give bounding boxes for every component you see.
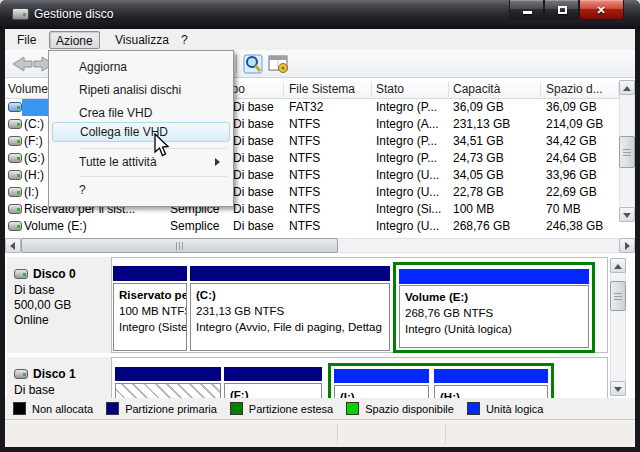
- volume-icon: [8, 119, 22, 129]
- status-separator: [445, 424, 446, 444]
- up-arrow-icon: [623, 86, 631, 91]
- cell-status: Integro (P...: [376, 99, 448, 116]
- cell-type: Di base: [233, 133, 283, 150]
- column-spazio[interactable]: Spazio d...: [546, 82, 618, 97]
- down-arrow-icon: [614, 387, 622, 392]
- disk-status: Online: [14, 313, 49, 327]
- maximize-button[interactable]: [544, 0, 579, 20]
- right-arrow-icon: [625, 242, 630, 250]
- partition-system-reserved[interactable]: Riservato per il sistema 100 MB NTFS Int…: [113, 283, 187, 351]
- scroll-up-button[interactable]: [619, 80, 635, 95]
- legend-label: Partizione primaria: [125, 403, 217, 415]
- legend-item: Partizione estesa: [230, 402, 333, 415]
- partition-name: Riservato per il sistema: [119, 287, 181, 303]
- menu-item-ripeti-analisi[interactable]: Ripeti analisi dischi: [52, 81, 230, 99]
- legend-label: Spazio disponibile: [365, 403, 454, 415]
- cell-status: Integro (P...: [376, 150, 448, 167]
- close-button[interactable]: ✕: [579, 0, 624, 20]
- thumb-grip: [614, 293, 622, 300]
- cell-name: Volume (E:): [24, 218, 164, 235]
- partition-status: Integro (Avvio, File di paging, Dettag: [196, 319, 384, 335]
- cell-capacity: 231,13 GB: [453, 116, 541, 133]
- cell-capacity: 36,09 GB: [453, 99, 541, 116]
- header-separator: [448, 82, 449, 97]
- partition-size: 100 MB NTFS: [119, 303, 181, 319]
- scroll-down-button[interactable]: [619, 207, 635, 222]
- graph-scroll-thumb[interactable]: [610, 281, 626, 311]
- legend-swatch-logical: [467, 402, 480, 415]
- console-window-gear-icon[interactable]: [268, 54, 290, 74]
- cell-free: 33,96 GB: [546, 167, 621, 184]
- menu-bar: File Azione Visualizza ?: [5, 29, 635, 50]
- partition-status: Integro (Sistema): [119, 319, 181, 335]
- menu-item-collega-vhd[interactable]: Collega file VHD: [52, 122, 230, 142]
- column-capacita[interactable]: Capacità: [453, 82, 538, 97]
- menu-item-crea-vhd[interactable]: Crea file VHD: [52, 104, 230, 122]
- legend-swatch-unallocated: [13, 402, 26, 415]
- cell-type: Di base: [233, 116, 283, 133]
- status-separator: [337, 424, 338, 444]
- menu-help[interactable]: ?: [175, 31, 194, 49]
- column-file-sistema[interactable]: File Sistema: [289, 82, 369, 97]
- legend-item: Non allocata: [13, 402, 93, 415]
- cell-type: Di base: [233, 150, 283, 167]
- cell-status: Integro (U...: [376, 218, 448, 235]
- disk-management-window: Gestione disco ✕ File Azione Visualizza …: [0, 0, 640, 452]
- disk-management-icon: [12, 8, 29, 20]
- volume-icon: [8, 187, 22, 197]
- legend-swatch-free: [346, 402, 359, 415]
- cell-free: 24,64 GB: [546, 150, 621, 167]
- minimize-button[interactable]: [509, 0, 544, 20]
- menu-item-help[interactable]: ?: [52, 181, 230, 199]
- scroll-right-button[interactable]: [619, 238, 635, 253]
- scroll-left-button[interactable]: [5, 238, 21, 253]
- menu-file[interactable]: File: [11, 31, 42, 49]
- table-row[interactable]: Volume (E:) Semplice Di base NTFS Integr…: [5, 218, 619, 235]
- extended-partition-outline: Volume (E:) 268,76 GB NTFS Integro (Unit…: [393, 262, 595, 353]
- toolbar-separator: [236, 55, 237, 73]
- column-stato[interactable]: Stato: [376, 82, 446, 97]
- submenu-arrow-icon: [215, 158, 220, 166]
- search-icon[interactable]: [243, 54, 263, 74]
- close-icon: ✕: [597, 4, 606, 17]
- back-icon[interactable]: [11, 56, 33, 72]
- legend-item: Spazio disponibile: [346, 402, 454, 415]
- down-arrow-icon: [623, 213, 631, 218]
- title-bar[interactable]: Gestione disco ✕: [0, 0, 640, 29]
- horizontal-scroll-thumb[interactable]: [21, 238, 338, 253]
- menu-visualizza[interactable]: Visualizza: [109, 31, 175, 49]
- cell-capacity: 34,51 GB: [453, 133, 541, 150]
- menu-azione[interactable]: Azione: [49, 31, 100, 49]
- cell-free: 36,09 GB: [546, 99, 621, 116]
- cell-free: 34,42 GB: [546, 133, 621, 150]
- cell-free: 22,69 GB: [546, 184, 621, 201]
- thumb-grip: [623, 149, 631, 156]
- vertical-scroll-thumb[interactable]: [619, 136, 635, 168]
- status-bar: [5, 419, 635, 447]
- partition-e[interactable]: Volume (E:) 268,76 GB NTFS Integro (Unit…: [399, 285, 589, 348]
- cell-status: Integro (P...: [376, 133, 448, 150]
- partition-bar-system-reserved: [113, 266, 187, 281]
- cell-fs: NTFS: [289, 133, 369, 150]
- cell-fs: NTFS: [289, 150, 369, 167]
- disk-0-info-panel[interactable]: Disco 0 Di base 500,00 GB Online: [7, 257, 112, 353]
- partition-name: (C:): [196, 287, 384, 303]
- scroll-down-button[interactable]: [610, 381, 626, 396]
- header-separator: [371, 82, 372, 97]
- cell-status: Integro (A...: [376, 116, 448, 133]
- cell-free: 214,09 GB: [546, 116, 621, 133]
- legend-label: Partizione estesa: [249, 403, 333, 415]
- menu-separator: [79, 176, 227, 177]
- cell-fs: NTFS: [289, 218, 369, 235]
- scroll-up-button[interactable]: [610, 258, 626, 273]
- disk-name: Disco 1: [33, 367, 76, 381]
- cell-fs: FAT32: [289, 99, 369, 116]
- disk-name: Disco 0: [33, 267, 76, 281]
- cell-type: Di base: [233, 99, 283, 116]
- menu-item-aggiorna[interactable]: Aggiorna: [52, 58, 230, 76]
- minimize-icon: [523, 11, 532, 14]
- partition-c[interactable]: (C:) 231,13 GB NTFS Integro (Avvio, File…: [190, 283, 390, 351]
- menu-item-tutte-le-attivita[interactable]: Tutte le attività: [52, 153, 230, 171]
- graph-vertical-scrollbar[interactable]: [610, 258, 626, 396]
- disk-type: Di base: [14, 383, 55, 397]
